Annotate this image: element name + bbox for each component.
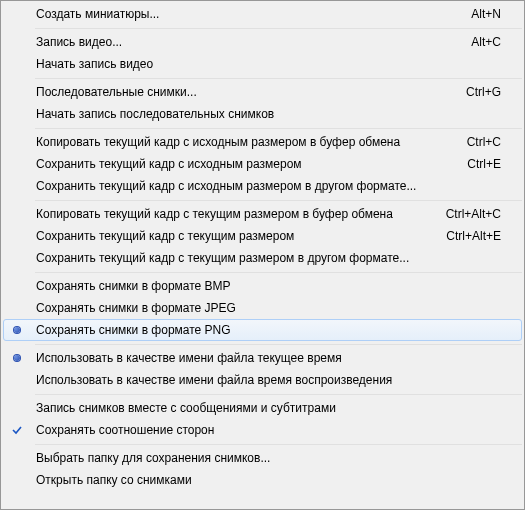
menu-item[interactable]: Сохранять снимки в формате BMP — [3, 275, 522, 297]
check-icon — [4, 424, 30, 436]
menu-item[interactable]: Сохранять снимки в формате PNG — [3, 319, 522, 341]
menu-item[interactable]: Последовательные снимки...Ctrl+G — [3, 81, 522, 103]
menu-item[interactable]: Сохранять снимки в формате JPEG — [3, 297, 522, 319]
context-menu: Создать миниатюры...Alt+NЗапись видео...… — [0, 0, 525, 510]
menu-item[interactable]: Использовать в качестве имени файла врем… — [3, 369, 522, 391]
menu-item-label: Начать запись видео — [30, 57, 501, 71]
menu-item-label: Копировать текущий кадр с текущим размер… — [30, 207, 446, 221]
menu-item-label: Выбрать папку для сохранения снимков... — [30, 451, 501, 465]
menu-item-label: Сохранять снимки в формате PNG — [30, 323, 501, 337]
menu-item-shortcut: Ctrl+C — [467, 135, 501, 149]
menu-item-shortcut: Ctrl+G — [466, 85, 501, 99]
menu-item-label: Начать запись последовательных снимков — [30, 107, 501, 121]
menu-item[interactable]: Открыть папку со снимками — [3, 469, 522, 491]
menu-item[interactable]: Сохранить текущий кадр с текущим размеро… — [3, 225, 522, 247]
menu-item[interactable]: Выбрать папку для сохранения снимков... — [3, 447, 522, 469]
menu-item[interactable]: Запись снимков вместе с сообщениями и су… — [3, 397, 522, 419]
menu-item[interactable]: Запись видео...Alt+C — [3, 31, 522, 53]
menu-item[interactable]: Создать миниатюры...Alt+N — [3, 3, 522, 25]
menu-item[interactable]: Сохранять соотношение сторон — [3, 419, 522, 441]
menu-item-label: Последовательные снимки... — [30, 85, 466, 99]
menu-item[interactable]: Копировать текущий кадр с текущим размер… — [3, 203, 522, 225]
menu-item-label: Сохранить текущий кадр с текущим размеро… — [30, 251, 501, 265]
menu-item-shortcut: Ctrl+Alt+C — [446, 207, 501, 221]
menu-item-label: Копировать текущий кадр с исходным разме… — [30, 135, 467, 149]
menu-item-label: Сохранить текущий кадр с исходным размер… — [30, 157, 467, 171]
menu-item-shortcut: Ctrl+E — [467, 157, 501, 171]
menu-item[interactable]: Копировать текущий кадр с исходным разме… — [3, 131, 522, 153]
menu-item-label: Открыть папку со снимками — [30, 473, 501, 487]
menu-item[interactable]: Сохранить текущий кадр с исходным размер… — [3, 175, 522, 197]
menu-item[interactable]: Сохранить текущий кадр с исходным размер… — [3, 153, 522, 175]
menu-item-shortcut: Ctrl+Alt+E — [446, 229, 501, 243]
menu-item-shortcut: Alt+N — [471, 7, 501, 21]
menu-item[interactable]: Использовать в качестве имени файла теку… — [3, 347, 522, 369]
menu-item-label: Создать миниатюры... — [30, 7, 471, 21]
menu-item[interactable]: Начать запись последовательных снимков — [3, 103, 522, 125]
radio-selected-icon — [4, 327, 30, 333]
menu-item-label: Сохранять снимки в формате BMP — [30, 279, 501, 293]
menu-item-label: Сохранить текущий кадр с текущим размеро… — [30, 229, 446, 243]
menu-item-label: Запись снимков вместе с сообщениями и су… — [30, 401, 501, 415]
menu-item-label: Использовать в качестве имени файла теку… — [30, 351, 501, 365]
menu-item-label: Сохранять снимки в формате JPEG — [30, 301, 501, 315]
menu-item-label: Сохранить текущий кадр с исходным размер… — [30, 179, 501, 193]
menu-item-label: Сохранять соотношение сторон — [30, 423, 501, 437]
radio-selected-icon — [4, 355, 30, 361]
menu-item[interactable]: Начать запись видео — [3, 53, 522, 75]
menu-item-label: Запись видео... — [30, 35, 471, 49]
menu-item[interactable]: Сохранить текущий кадр с текущим размеро… — [3, 247, 522, 269]
menu-item-label: Использовать в качестве имени файла врем… — [30, 373, 501, 387]
menu-item-shortcut: Alt+C — [471, 35, 501, 49]
